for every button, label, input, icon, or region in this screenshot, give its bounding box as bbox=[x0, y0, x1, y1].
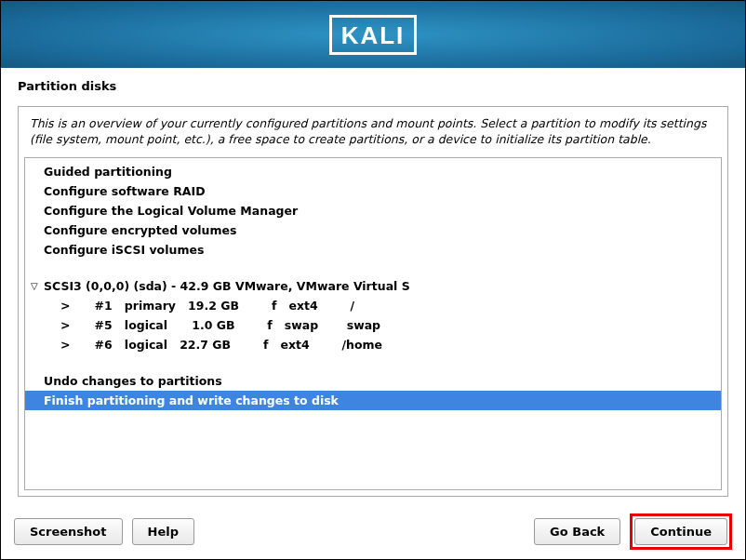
part-flag: f bbox=[267, 318, 272, 332]
page-title: Partition disks bbox=[18, 79, 728, 93]
part-num: #6 bbox=[95, 338, 113, 352]
part-num: #1 bbox=[95, 299, 113, 313]
part-type: logical bbox=[125, 338, 167, 352]
help-button[interactable]: Help bbox=[132, 518, 194, 545]
part-size: 1.0 GB bbox=[192, 318, 234, 332]
kali-logo: KALI bbox=[329, 15, 418, 55]
partition-row-1[interactable]: > #1 primary 19.2 GB f ext4 / bbox=[25, 296, 721, 315]
part-mount: swap bbox=[347, 318, 380, 332]
part-fs: swap bbox=[285, 318, 318, 332]
disclosure-triangle-icon[interactable]: ▽ bbox=[31, 281, 40, 291]
header-banner: KALI bbox=[1, 1, 745, 68]
part-flag: f bbox=[263, 338, 268, 352]
disk-header-text: SCSI3 (0,0,0) (sda) - 42.9 GB VMware, VM… bbox=[44, 279, 410, 293]
menu-finish-partitioning[interactable]: Finish partitioning and write changes to… bbox=[25, 391, 721, 410]
spacer bbox=[25, 354, 721, 371]
part-flag: f bbox=[272, 299, 276, 313]
part-mount: /home bbox=[342, 338, 383, 352]
button-bar: Screenshot Help Go Back Continue bbox=[1, 506, 745, 559]
description-text: This is an overview of your currently co… bbox=[19, 107, 727, 157]
part-mount: / bbox=[350, 299, 354, 313]
menu-configure-iscsi[interactable]: Configure iSCSI volumes bbox=[25, 240, 721, 260]
part-marker: > bbox=[60, 338, 70, 352]
part-fs: ext4 bbox=[288, 299, 317, 313]
go-back-button[interactable]: Go Back bbox=[534, 518, 620, 545]
menu-undo-changes[interactable]: Undo changes to partitions bbox=[25, 371, 721, 391]
part-marker: > bbox=[60, 318, 70, 332]
part-type: logical bbox=[125, 318, 167, 332]
menu-guided-partitioning[interactable]: Guided partitioning bbox=[25, 162, 721, 181]
part-num: #5 bbox=[95, 318, 113, 332]
part-size: 22.7 GB bbox=[180, 338, 231, 352]
partition-row-2[interactable]: > #5 logical 1.0 GB f swap swap bbox=[25, 315, 721, 335]
continue-highlight: Continue bbox=[630, 513, 732, 550]
spacer bbox=[25, 260, 721, 276]
content-area: Partition disks This is an overview of y… bbox=[1, 68, 745, 506]
screenshot-button[interactable]: Screenshot bbox=[14, 518, 123, 545]
continue-button[interactable]: Continue bbox=[634, 518, 727, 545]
part-type: primary bbox=[125, 299, 176, 313]
menu-configure-raid[interactable]: Configure software RAID bbox=[25, 181, 721, 201]
partition-list[interactable]: Guided partitioning Configure software R… bbox=[24, 157, 722, 490]
part-size: 19.2 GB bbox=[188, 299, 239, 313]
menu-configure-lvm[interactable]: Configure the Logical Volume Manager bbox=[25, 201, 721, 220]
disk-header[interactable]: ▽ SCSI3 (0,0,0) (sda) - 42.9 GB VMware, … bbox=[25, 276, 721, 296]
part-fs: ext4 bbox=[280, 338, 309, 352]
main-panel: This is an overview of your currently co… bbox=[18, 106, 728, 497]
part-marker: > bbox=[60, 299, 70, 313]
partition-row-3[interactable]: > #6 logical 22.7 GB f ext4 /home bbox=[25, 335, 721, 354]
kali-logo-text: KALI bbox=[341, 21, 406, 50]
menu-configure-encrypted[interactable]: Configure encrypted volumes bbox=[25, 220, 721, 240]
